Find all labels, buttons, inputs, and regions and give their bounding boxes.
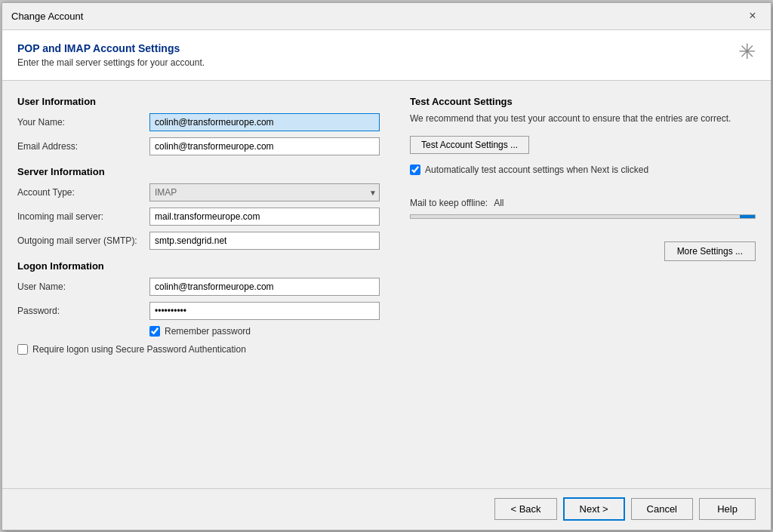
header-description: Enter the mail server settings for your … bbox=[17, 57, 205, 68]
email-row: Email Address: bbox=[17, 137, 380, 155]
dialog-title: Change Account bbox=[11, 11, 83, 22]
require-spa-row: Require logon using Secure Password Auth… bbox=[17, 344, 380, 355]
username-row: User Name: bbox=[17, 278, 380, 296]
account-type-select[interactable]: IMAP bbox=[149, 183, 380, 201]
username-label: User Name: bbox=[17, 281, 149, 292]
require-spa-checkbox[interactable] bbox=[17, 344, 28, 355]
account-type-label: Account Type: bbox=[17, 187, 149, 198]
email-input[interactable] bbox=[149, 137, 380, 155]
your-name-label: Your Name: bbox=[17, 117, 149, 128]
right-panel: Test Account Settings We recommend that … bbox=[410, 96, 756, 481]
your-name-row: Your Name: bbox=[17, 113, 380, 131]
offline-value: All bbox=[494, 198, 504, 208]
auto-test-checkbox[interactable] bbox=[410, 165, 420, 175]
offline-label: Mail to keep offline: bbox=[410, 198, 488, 208]
slider-fill bbox=[740, 215, 755, 218]
require-spa-label[interactable]: Require logon using Secure Password Auth… bbox=[32, 344, 246, 355]
test-account-settings-button[interactable]: Test Account Settings ... bbox=[410, 136, 529, 154]
content-area: User Information Your Name: Email Addres… bbox=[2, 81, 771, 488]
title-bar: Change Account × bbox=[2, 3, 771, 30]
more-settings-row: More Settings ... bbox=[410, 241, 756, 261]
account-type-row: Account Type: IMAP ▼ bbox=[17, 183, 380, 201]
incoming-server-input[interactable] bbox=[149, 208, 380, 226]
remember-password-label[interactable]: Remember password bbox=[165, 326, 251, 337]
password-row: Password: bbox=[17, 302, 380, 320]
your-name-input[interactable] bbox=[149, 113, 380, 131]
settings-icon: ✳ bbox=[738, 39, 756, 64]
offline-slider[interactable] bbox=[410, 214, 756, 219]
auto-test-row: Automatically test account settings when… bbox=[410, 165, 756, 175]
offline-row: Mail to keep offline: All bbox=[410, 198, 756, 208]
left-panel: User Information Your Name: Email Addres… bbox=[17, 96, 380, 481]
close-button[interactable]: × bbox=[744, 7, 762, 25]
offline-slider-container bbox=[410, 214, 756, 219]
remember-password-row: Remember password bbox=[149, 326, 380, 337]
more-settings-button[interactable]: More Settings ... bbox=[664, 241, 756, 261]
incoming-server-row: Incoming mail server: bbox=[17, 208, 380, 226]
outgoing-server-row: Outgoing mail server (SMTP): bbox=[17, 232, 380, 250]
test-settings-description: We recommend that you test your account … bbox=[410, 112, 756, 125]
auto-test-label[interactable]: Automatically test account settings when… bbox=[425, 165, 648, 175]
header-section: POP and IMAP Account Settings Enter the … bbox=[2, 30, 771, 81]
incoming-server-label: Incoming mail server: bbox=[17, 211, 149, 222]
email-label: Email Address: bbox=[17, 141, 149, 152]
header-text: POP and IMAP Account Settings Enter the … bbox=[17, 42, 205, 68]
username-input[interactable] bbox=[149, 278, 380, 296]
back-button[interactable]: < Back bbox=[494, 498, 556, 520]
password-input[interactable] bbox=[149, 302, 380, 320]
outgoing-server-input[interactable] bbox=[149, 232, 380, 250]
logon-info-title: Logon Information bbox=[17, 260, 380, 272]
test-settings-title: Test Account Settings bbox=[410, 96, 756, 107]
password-label: Password: bbox=[17, 306, 149, 316]
server-info-title: Server Information bbox=[17, 166, 380, 177]
user-info-title: User Information bbox=[17, 96, 380, 107]
outgoing-server-label: Outgoing mail server (SMTP): bbox=[17, 235, 149, 246]
header-title: POP and IMAP Account Settings bbox=[17, 42, 205, 54]
cancel-button[interactable]: Cancel bbox=[631, 498, 693, 520]
dialog-footer: < Back Next > Cancel Help bbox=[2, 488, 771, 530]
remember-password-checkbox[interactable] bbox=[149, 326, 160, 337]
next-button[interactable]: Next > bbox=[563, 497, 625, 521]
account-type-select-wrapper: IMAP ▼ bbox=[149, 183, 380, 201]
help-button[interactable]: Help bbox=[699, 498, 756, 520]
dialog-window: Change Account × POP and IMAP Account Se… bbox=[2, 2, 771, 530]
